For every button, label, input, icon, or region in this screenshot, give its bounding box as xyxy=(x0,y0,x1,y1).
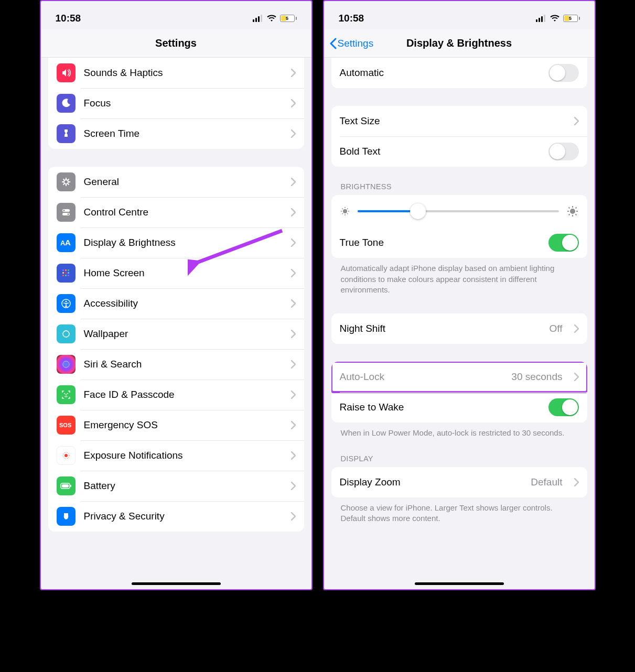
raise-to-wake-toggle[interactable] xyxy=(548,398,579,416)
chevron-left-icon xyxy=(329,38,337,49)
chevron-right-icon xyxy=(291,178,296,186)
row-label: Siri & Search xyxy=(84,359,283,370)
row-value: 30 seconds xyxy=(511,371,562,383)
home-indicator xyxy=(415,582,504,585)
row-label: Face ID & Passcode xyxy=(84,389,283,400)
true-tone-toggle[interactable] xyxy=(548,234,579,252)
svg-rect-19 xyxy=(68,275,69,276)
chevron-right-icon xyxy=(291,269,296,277)
chevron-right-icon xyxy=(291,391,296,399)
home-indicator xyxy=(132,582,221,585)
row-siri-search[interactable]: Siri & Search xyxy=(48,349,304,380)
cellular-signal-icon xyxy=(536,15,546,22)
row-label: Display & Brightness xyxy=(84,237,283,248)
status-indicators: 5 xyxy=(536,15,580,22)
svg-rect-16 xyxy=(68,272,69,274)
sun-min-icon xyxy=(340,206,350,216)
row-privacy-security[interactable]: Privacy & Security xyxy=(48,501,304,532)
svg-rect-13 xyxy=(68,269,69,271)
automatic-toggle[interactable] xyxy=(548,64,579,82)
row-label: Wallpaper xyxy=(84,328,283,340)
chevron-right-icon xyxy=(291,239,296,247)
row-label: Auto-Lock xyxy=(340,371,503,383)
row-general[interactable]: General xyxy=(48,167,304,197)
svg-point-23 xyxy=(63,361,69,367)
row-raise-to-wake[interactable]: Raise to Wake xyxy=(331,392,587,422)
display-settings-scroll[interactable]: Automatic Text Size Bold Text BRIGHTNESS xyxy=(324,58,595,535)
svg-point-6 xyxy=(63,210,64,211)
svg-point-37 xyxy=(570,209,575,214)
privacy-security-icon xyxy=(57,507,76,526)
slider-thumb[interactable] xyxy=(410,203,426,219)
back-label: Settings xyxy=(338,38,374,49)
svg-point-28 xyxy=(64,454,68,457)
row-automatic[interactable]: Automatic xyxy=(331,58,587,88)
appearance-group: Automatic xyxy=(331,58,587,88)
device-settings: 10:58 5 Settings Sounds & Haptics xyxy=(40,0,313,590)
row-emergency-sos[interactable]: SOS Emergency SOS xyxy=(48,410,304,440)
siri-icon xyxy=(57,355,76,374)
row-display-brightness[interactable]: AA Display & Brightness xyxy=(48,227,304,258)
row-face-id-passcode[interactable]: Face ID & Passcode xyxy=(48,380,304,410)
row-label: Night Shift xyxy=(340,323,541,334)
device-display-brightness: 10:58 5 Settings Display & Brightness Au… xyxy=(323,0,596,590)
chevron-right-icon xyxy=(291,99,296,107)
svg-rect-18 xyxy=(65,275,67,276)
row-label: Home Screen xyxy=(84,267,283,279)
row-focus[interactable]: Focus xyxy=(48,88,304,118)
svg-point-21 xyxy=(65,301,67,302)
brightness-group: True Tone xyxy=(331,195,587,258)
row-bold-text[interactable]: Bold Text xyxy=(331,136,587,167)
row-true-tone[interactable]: True Tone xyxy=(331,227,587,258)
wifi-icon xyxy=(266,15,277,22)
settings-scroll[interactable]: Sounds & Haptics Focus Screen Time xyxy=(41,58,311,542)
focus-icon xyxy=(57,94,76,113)
row-label: True Tone xyxy=(340,237,540,248)
row-label: Automatic xyxy=(340,67,540,79)
svg-point-25 xyxy=(67,393,68,394)
back-button[interactable]: Settings xyxy=(329,38,374,49)
screen-time-icon xyxy=(57,124,76,143)
row-value: Default xyxy=(531,476,562,488)
row-label: Exposure Notifications xyxy=(84,450,283,461)
chevron-right-icon xyxy=(291,451,296,460)
emergency-sos-icon: SOS xyxy=(57,416,76,435)
row-auto-lock[interactable]: Auto-Lock 30 seconds xyxy=(331,362,587,392)
svg-text:SOS: SOS xyxy=(59,422,71,428)
svg-point-36 xyxy=(343,209,347,213)
row-label: Raise to Wake xyxy=(340,402,540,413)
chevron-right-icon xyxy=(291,69,296,77)
row-label: Emergency SOS xyxy=(84,419,283,431)
settings-group-1: Sounds & Haptics Focus Screen Time xyxy=(48,58,304,149)
row-battery[interactable]: Battery xyxy=(48,471,304,501)
row-wallpaper[interactable]: Wallpaper xyxy=(48,319,304,349)
brightness-slider[interactable] xyxy=(358,203,559,219)
accessibility-icon xyxy=(57,294,76,313)
row-label: General xyxy=(84,176,283,188)
svg-rect-1 xyxy=(255,18,257,22)
face-id-icon xyxy=(57,385,76,404)
display-zoom-footer: Choose a view for iPhone. Larger Text sh… xyxy=(341,503,578,524)
chevron-right-icon xyxy=(574,478,579,486)
row-screen-time[interactable]: Screen Time xyxy=(48,118,304,149)
row-home-screen[interactable]: Home Screen xyxy=(48,258,304,288)
battery-icon: 5 xyxy=(563,15,580,22)
sun-max-icon xyxy=(566,205,579,218)
svg-rect-34 xyxy=(541,16,543,22)
row-text-size[interactable]: Text Size xyxy=(331,106,587,136)
bold-text-toggle[interactable] xyxy=(548,143,579,160)
status-indicators: 5 xyxy=(253,15,297,22)
row-accessibility[interactable]: Accessibility xyxy=(48,288,304,319)
row-sounds-haptics[interactable]: Sounds & Haptics xyxy=(48,58,304,88)
text-group: Text Size Bold Text xyxy=(331,106,587,167)
display-header: DISPLAY xyxy=(341,454,587,463)
chevron-right-icon xyxy=(291,360,296,368)
row-exposure-notifications[interactable]: Exposure Notifications xyxy=(48,440,304,471)
row-label: Bold Text xyxy=(340,146,540,157)
row-control-centre[interactable]: Control Centre xyxy=(48,197,304,227)
display-zoom-group: Display Zoom Default xyxy=(331,467,587,497)
svg-rect-32 xyxy=(536,19,537,22)
row-night-shift[interactable]: Night Shift Off xyxy=(331,313,587,344)
general-icon xyxy=(57,172,76,191)
row-display-zoom[interactable]: Display Zoom Default xyxy=(331,467,587,497)
